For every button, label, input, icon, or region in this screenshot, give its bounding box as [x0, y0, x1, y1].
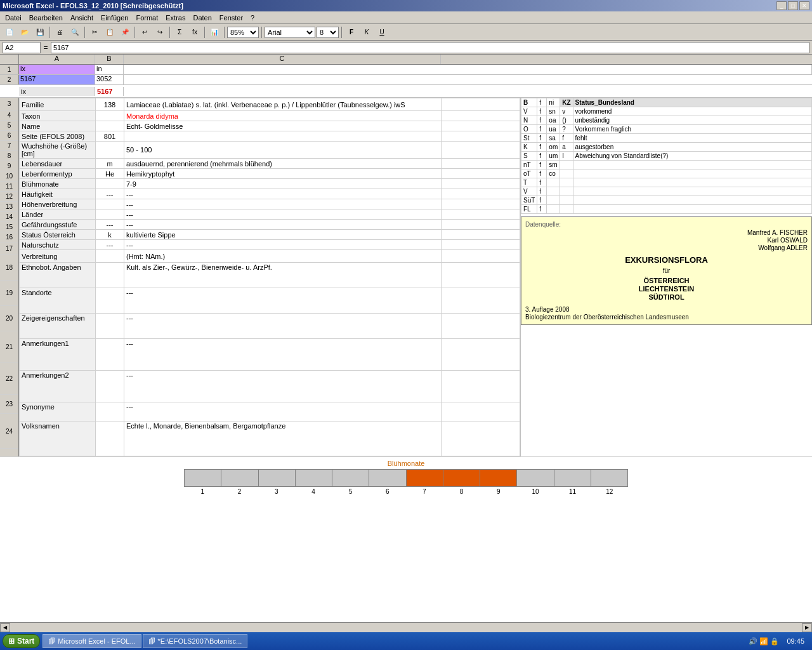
value-familie[interactable]: Lamiaceae (Labiatae) s. lat. (inkl. Verb…: [124, 98, 442, 111]
value-hohenverbreitung[interactable]: ---: [124, 199, 442, 209]
value-taxon[interactable]: Monarda didyma: [124, 111, 442, 121]
value-zeiger[interactable]: ---: [124, 314, 442, 339]
month-bar-1: [185, 470, 221, 486]
col-header-b[interactable]: B: [95, 55, 124, 64]
value-naturschutz-rest: [442, 240, 520, 250]
italic-button[interactable]: K: [360, 26, 374, 39]
row-num-header: [0, 55, 19, 64]
value-verbreitung[interactable]: (Hmt: NAm.): [124, 250, 442, 263]
value-ix-cell[interactable]: 5167: [19, 75, 95, 84]
column-headers: A B C: [0, 55, 812, 65]
col-header-rest: [441, 55, 812, 64]
status-row-v2: V f: [521, 187, 812, 196]
cut-button[interactable]: ✂: [88, 26, 102, 39]
value-lander[interactable]: ---: [124, 209, 442, 220]
menu-daten[interactable]: Daten: [189, 13, 215, 23]
label-lebensdauer: Lebensdauer: [20, 159, 96, 169]
menu-extras[interactable]: Extras: [162, 13, 189, 23]
header-in-cell[interactable]: in: [95, 65, 124, 74]
menu-fenster[interactable]: Fenster: [216, 13, 247, 23]
code-naturschutz: ---: [96, 240, 124, 250]
scrollbar-track[interactable]: [10, 624, 802, 632]
value-familie-rest: [442, 98, 520, 111]
horizontal-scrollbar[interactable]: ◀ ▶: [0, 622, 812, 632]
fontsize-combo[interactable]: 8: [317, 27, 339, 38]
function-button[interactable]: fx: [188, 26, 202, 39]
table-row: Wuchshöhe (-Größe)[cm] 50 - 100: [20, 142, 520, 159]
menu-einfugen[interactable]: Einfügen: [97, 13, 132, 23]
value-standorte[interactable]: ---: [124, 288, 442, 314]
print-button[interactable]: 🖨: [53, 26, 67, 39]
value-naturschutz[interactable]: ---: [124, 240, 442, 250]
minimize-button[interactable]: _: [776, 1, 787, 10]
table-row: Familie 138 Lamiaceae (Labiatae) s. lat.…: [20, 98, 520, 111]
close-button[interactable]: ✕: [799, 1, 809, 10]
start-button[interactable]: ⊞ Start: [3, 634, 40, 648]
menu-help[interactable]: ?: [247, 13, 258, 23]
status-row-nt: nT f sm: [521, 161, 812, 169]
month-num-2: 2: [221, 488, 258, 495]
value-anmerkungen2[interactable]: ---: [124, 371, 442, 402]
data-scroll-area[interactable]: 3 4 5 6 7 8 9 10 11 12 13 14 15 16 17 18…: [0, 98, 812, 622]
status-row-sut: SüT f: [521, 196, 812, 205]
value-synonyme[interactable]: ---: [124, 402, 442, 421]
menu-bearbeiten[interactable]: Bearbeiten: [25, 13, 67, 23]
label-hohenverbreitung: Höhenverbreitung: [20, 199, 96, 209]
menu-datei[interactable]: Datei: [1, 13, 25, 23]
main-data-table: Familie 138 Lamiaceae (Labiatae) s. lat.…: [19, 98, 520, 456]
scroll-left-button[interactable]: ◀: [0, 623, 10, 632]
zoom-combo[interactable]: 85%: [227, 27, 259, 38]
value-volksnamen[interactable]: Echte l., Monarde, Bienenbalsam, Bergamo…: [124, 421, 442, 456]
font-combo[interactable]: Arial: [265, 27, 315, 38]
redo-button[interactable]: ↪: [153, 26, 167, 39]
legend-country2: LIECHTENSTEIN: [525, 285, 808, 293]
formula-input[interactable]: [51, 42, 809, 53]
month-bar-5: [332, 470, 369, 486]
col-header-c[interactable]: C: [124, 55, 441, 64]
name-box-value[interactable]: 5167: [95, 87, 124, 96]
label-lebenformentyp: Lebenformentyp: [20, 169, 96, 179]
copy-button[interactable]: 📋: [103, 26, 117, 39]
bold-button[interactable]: F: [344, 26, 358, 39]
save-button[interactable]: 💾: [33, 26, 47, 39]
menu-bar: Datei Bearbeiten Ansicht Einfügen Format…: [0, 11, 812, 24]
menu-format[interactable]: Format: [132, 13, 162, 23]
value-bluhmonate[interactable]: 7-9: [124, 179, 442, 189]
value-zeiger-rest: [442, 314, 520, 339]
value-name[interactable]: Echt- Goldmelisse: [124, 121, 442, 131]
underline-button[interactable]: U: [375, 26, 389, 39]
maximize-button[interactable]: □: [788, 1, 798, 10]
cell-reference-input[interactable]: [3, 42, 41, 53]
value-gefahrdungsstufe[interactable]: ---: [124, 220, 442, 230]
scroll-right-button[interactable]: ▶: [802, 623, 812, 632]
chart-button[interactable]: 📊: [207, 26, 221, 39]
value-in-cell[interactable]: 3052: [95, 75, 124, 84]
print-preview-button[interactable]: 🔍: [68, 26, 82, 39]
value-seite[interactable]: [124, 131, 442, 142]
taskbar-item-botanik[interactable]: 🗐 *E:\EFOLS2007\Botanisc...: [143, 634, 248, 648]
header-ix-cell[interactable]: ix: [19, 65, 95, 74]
paste-button[interactable]: 📌: [118, 26, 132, 39]
autosum-button[interactable]: Σ: [173, 26, 187, 39]
col-header-a[interactable]: A: [19, 55, 95, 64]
value-haufigkeit[interactable]: ---: [124, 189, 442, 199]
value-anmerkungen2-rest: [442, 371, 520, 402]
label-lander: Länder: [20, 209, 96, 220]
value-lebenformentyp[interactable]: Hemikryptophyt: [124, 169, 442, 179]
taskbar-item-excel[interactable]: 🗐 Microsoft Excel - EFOL...: [43, 634, 141, 648]
value-status-osterreich[interactable]: kultivierte Sippe: [124, 230, 442, 240]
month-num-1: 1: [184, 488, 221, 495]
toolbar-sep8: [341, 27, 342, 38]
value-ethnobot[interactable]: Kult. als Zier-, Gewürz-, Bienenweide- u…: [124, 263, 442, 288]
value-anmerkungen1[interactable]: ---: [124, 339, 442, 371]
menu-ansicht[interactable]: Ansicht: [67, 13, 97, 23]
table-row: Seite (EFOLS 2008) 801: [20, 131, 520, 142]
label-volksnamen: Volksnamen: [20, 421, 96, 456]
open-button[interactable]: 📂: [18, 26, 32, 39]
status-header-row: B f ni KZ Status_Bundesland: [521, 98, 812, 107]
undo-button[interactable]: ↩: [138, 26, 152, 39]
value-lebensdauer[interactable]: ausdauernd, perennierend (mehrmals blühe…: [124, 159, 442, 169]
new-button[interactable]: 📄: [3, 26, 16, 39]
value-wuchshohe[interactable]: 50 - 100: [124, 142, 442, 159]
toolbar-sep2: [84, 27, 85, 38]
